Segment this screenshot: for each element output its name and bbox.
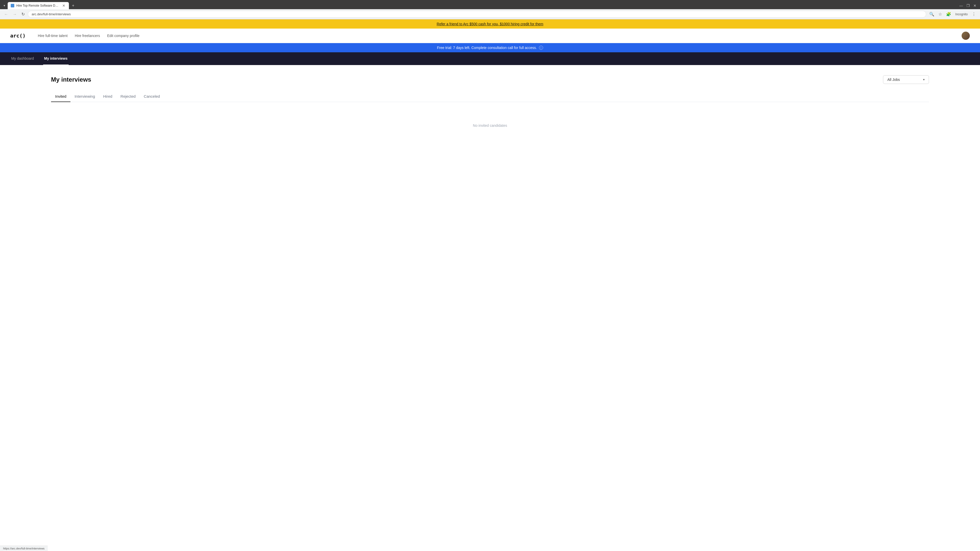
trial-banner: Free trial: 7 days left. Complete consul…	[0, 43, 980, 52]
jobs-dropdown-label: All Jobs	[887, 78, 900, 82]
page-header: My interviews All Jobs ▾	[51, 75, 929, 84]
promo-link[interactable]: Refer a friend to Arc	[437, 22, 469, 26]
nav-hire-freelancers[interactable]: Hire freelancers	[75, 34, 100, 38]
bookmark-icon-button[interactable]: ☆	[937, 11, 943, 17]
close-button[interactable]: ✕	[972, 3, 978, 9]
navbar: arc() Hire full-time talent Hire freelan…	[0, 29, 980, 43]
empty-state-text: No invited candidates	[473, 124, 507, 127]
interview-tabs: Invited Interviewing Hired Rejected Canc…	[51, 91, 929, 102]
browser-chrome: ▾ Hire Top Remote Software Dev... ✕ + — …	[0, 0, 980, 19]
tab-invited[interactable]: Invited	[51, 91, 70, 102]
browser-tab-bar: ▾ Hire Top Remote Software Dev... ✕ + — …	[0, 0, 980, 9]
avatar[interactable]	[962, 32, 970, 40]
restore-button[interactable]: ❐	[965, 3, 971, 9]
profile-icon-button[interactable]: Incognito	[954, 11, 969, 17]
logo[interactable]: arc()	[10, 33, 25, 39]
tab-title: Hire Top Remote Software Dev...	[16, 4, 60, 7]
back-button[interactable]: ←	[3, 11, 10, 17]
trial-text: Free trial: 7 days left. Complete consul…	[437, 46, 537, 50]
trial-info-icon[interactable]: i	[539, 46, 543, 50]
tab-close-button[interactable]: ✕	[62, 3, 66, 8]
sub-nav-dashboard[interactable]: My dashboard	[10, 52, 35, 65]
new-tab-button[interactable]: +	[70, 2, 76, 9]
forward-button[interactable]: →	[11, 11, 18, 17]
address-bar-url: arc.dev/full-time/interviews	[32, 12, 922, 16]
avatar-image	[962, 32, 970, 40]
main-content: My interviews All Jobs ▾ Invited Intervi…	[0, 65, 980, 153]
browser-toolbar: ← → ↻ arc.dev/full-time/interviews 🔍 ☆ 🧩…	[0, 9, 980, 19]
address-bar[interactable]: arc.dev/full-time/interviews	[28, 11, 926, 17]
nav-hire-fulltime[interactable]: Hire full-time talent	[38, 34, 68, 38]
page-title: My interviews	[51, 76, 91, 83]
page: Refer a friend to Arc $500 cash for you,…	[0, 19, 980, 153]
jobs-dropdown[interactable]: All Jobs ▾	[883, 75, 929, 84]
refresh-button[interactable]: ↻	[20, 11, 26, 17]
nav-links: Hire full-time talent Hire freelancers E…	[38, 34, 953, 38]
toolbar-icons: 🔍 ☆ 🧩 Incognito ⋮	[928, 11, 977, 17]
menu-icon-button[interactable]: ⋮	[970, 11, 977, 17]
minimize-button[interactable]: —	[958, 3, 964, 9]
chevron-down-icon: ▾	[923, 78, 924, 81]
browser-tab-active[interactable]: Hire Top Remote Software Dev... ✕	[8, 2, 69, 9]
jobs-dropdown-button[interactable]: All Jobs ▾	[883, 75, 929, 84]
promo-text: $500 cash for you, $1000 hiring credit f…	[469, 22, 543, 26]
nav-edit-company[interactable]: Edit company profile	[107, 34, 140, 38]
empty-state: No invited candidates	[51, 108, 929, 143]
profile-label: Incognito	[955, 13, 968, 16]
tab-list-button[interactable]: ▾	[2, 3, 6, 8]
promo-banner: Refer a friend to Arc $500 cash for you,…	[0, 19, 980, 29]
sub-nav: My dashboard My interviews	[0, 52, 980, 65]
sub-nav-interviews[interactable]: My interviews	[43, 52, 68, 65]
search-icon-button[interactable]: 🔍	[928, 11, 936, 17]
tab-canceled[interactable]: Canceled	[140, 91, 164, 102]
tab-interviewing[interactable]: Interviewing	[70, 91, 99, 102]
extensions-icon-button[interactable]: 🧩	[945, 11, 953, 17]
tab-favicon	[11, 4, 14, 7]
tab-hired[interactable]: Hired	[99, 91, 116, 102]
tab-rejected[interactable]: Rejected	[116, 91, 140, 102]
